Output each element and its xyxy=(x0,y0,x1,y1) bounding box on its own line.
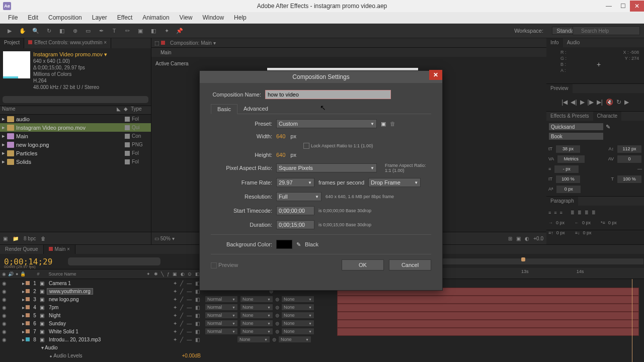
roto-tool-icon[interactable]: ✦ xyxy=(161,25,172,36)
zoom-tool-icon[interactable]: 🔍 xyxy=(30,25,41,36)
tab-timeline-main[interactable]: Main × xyxy=(44,245,75,254)
drop-frame-dropdown[interactable]: Drop Frame▼ xyxy=(368,178,421,187)
vscale-input[interactable] xyxy=(555,175,581,184)
font-family-input[interactable] xyxy=(548,123,604,131)
delete-preset-icon[interactable]: 🗑 xyxy=(390,121,395,127)
rect-tool-icon[interactable]: ▭ xyxy=(83,25,94,36)
viewer-breadcrumb[interactable]: Main xyxy=(160,50,172,55)
lock-aspect-checkbox[interactable] xyxy=(303,143,309,149)
selection-tool-icon[interactable]: ▶ xyxy=(4,25,15,36)
menu-animation[interactable]: Animation xyxy=(137,13,174,23)
frame-rate-input[interactable]: 29.97▼ xyxy=(276,178,314,187)
comp-name-input[interactable] xyxy=(265,90,391,99)
font-style-input[interactable] xyxy=(548,132,604,140)
align-left-icon[interactable]: ≡ xyxy=(548,210,551,215)
tab-info[interactable]: Info xyxy=(546,38,563,47)
project-search-input[interactable] xyxy=(2,96,149,104)
menu-effect[interactable]: Effect xyxy=(112,13,137,23)
tab-effect-controls[interactable]: Effect Controls: www.youthmin × xyxy=(24,38,111,48)
new-folder-icon[interactable]: 📁 xyxy=(13,236,19,241)
baseline-input[interactable] xyxy=(556,185,581,194)
pan-behind-tool-icon[interactable]: ⊕ xyxy=(69,25,80,36)
ok-button[interactable]: OK xyxy=(342,259,384,270)
bg-color-swatch[interactable] xyxy=(276,240,292,249)
preset-dropdown[interactable]: Custom▼ xyxy=(276,119,377,128)
menu-edit[interactable]: Edit xyxy=(23,13,43,23)
tab-character[interactable]: Characte xyxy=(593,112,622,121)
maximize-button[interactable]: ☐ xyxy=(616,1,630,12)
viewer-option-icon[interactable]: ◐ xyxy=(525,236,529,241)
exposure-value[interactable]: +0.0 xyxy=(533,236,543,241)
delete-icon[interactable]: 🗑 xyxy=(41,236,46,241)
zoom-dropdown[interactable]: ▭ 50% ▾ xyxy=(154,236,175,241)
ram-preview-icon[interactable]: ▶ xyxy=(624,99,629,106)
viewer-lock-icon[interactable]: ⬚ xyxy=(154,40,159,46)
save-preset-icon[interactable]: ▣ xyxy=(381,121,386,127)
hand-tool-icon[interactable]: ✋ xyxy=(17,25,28,36)
eraser-tool-icon[interactable]: ◧ xyxy=(148,25,159,36)
font-size-input[interactable] xyxy=(555,145,581,153)
justify-icon[interactable]: ≣ xyxy=(592,210,596,215)
hscale-input[interactable] xyxy=(617,175,642,184)
tab-render-queue[interactable]: Render Queue xyxy=(0,245,44,254)
close-button[interactable]: ✕ xyxy=(630,1,644,12)
align-right-icon[interactable]: ≡ xyxy=(560,210,562,215)
puppet-tool-icon[interactable]: 📌 xyxy=(174,25,185,36)
leading-input[interactable] xyxy=(617,145,642,153)
project-item[interactable]: ▸new logo.pngPNG xyxy=(0,140,151,149)
height-input[interactable]: 640 xyxy=(276,152,285,158)
next-frame-icon[interactable]: |▶ xyxy=(588,99,594,106)
menu-layer[interactable]: Layer xyxy=(87,13,112,23)
project-item[interactable]: ▸MainCon xyxy=(0,132,151,140)
dialog-close-button[interactable]: ✕ xyxy=(429,70,442,80)
start-timecode-input[interactable] xyxy=(276,206,314,215)
justify-icon[interactable]: ≣ xyxy=(585,210,589,215)
project-item[interactable]: ▸audioFol xyxy=(0,115,151,123)
justify-icon[interactable]: ≣ xyxy=(571,210,575,215)
menu-file[interactable]: File xyxy=(3,13,23,23)
camera-tool-icon[interactable]: ◧ xyxy=(56,25,67,36)
text-tool-icon[interactable]: T xyxy=(109,25,120,36)
last-frame-icon[interactable]: ▶| xyxy=(597,99,603,106)
cancel-button[interactable]: Cancel xyxy=(389,259,431,270)
width-input[interactable]: 640 xyxy=(276,133,285,139)
eyedropper-icon[interactable]: ✎ xyxy=(606,124,610,130)
bpc-label[interactable]: 8 bpc xyxy=(24,236,36,241)
menu-window[interactable]: Window xyxy=(197,13,229,23)
tracking-input[interactable] xyxy=(617,155,642,163)
eye-column-icon[interactable]: ◉ xyxy=(2,272,6,277)
duration-input[interactable] xyxy=(276,220,314,229)
tab-advanced[interactable]: Advanced xyxy=(237,104,274,114)
lock-column-icon[interactable]: 🔒 xyxy=(20,272,26,277)
pen-tool-icon[interactable]: ✒ xyxy=(96,25,107,36)
minimize-button[interactable]: — xyxy=(602,1,616,12)
loop-icon[interactable]: ↻ xyxy=(616,99,621,106)
menu-view[interactable]: View xyxy=(175,13,198,23)
pixel-aspect-dropdown[interactable]: Square Pixels▼ xyxy=(276,163,377,172)
kerning-input[interactable] xyxy=(557,155,585,163)
tab-project[interactable]: Project xyxy=(0,38,24,48)
brush-tool-icon[interactable]: ✏ xyxy=(122,25,133,36)
resolution-dropdown[interactable]: Full▼ xyxy=(276,192,321,201)
timeline-search-input[interactable] xyxy=(67,257,161,266)
prev-frame-icon[interactable]: ◀| xyxy=(571,99,577,106)
audio-column-icon[interactable]: 🔊 xyxy=(8,272,14,277)
clone-tool-icon[interactable]: ▣ xyxy=(135,25,146,36)
project-item[interactable]: ▸Instagram Video promo.movQui xyxy=(0,123,151,132)
viewer-option-icon[interactable]: ⊞ xyxy=(508,236,512,241)
eyedropper-icon[interactable]: ✎ xyxy=(296,241,301,248)
rotation-tool-icon[interactable]: ↻ xyxy=(43,25,54,36)
tab-effects-presets[interactable]: Effects & Presets xyxy=(546,112,593,121)
menu-composition[interactable]: Composition xyxy=(43,13,87,23)
search-help-input[interactable] xyxy=(573,26,640,35)
align-center-icon[interactable]: ≡ xyxy=(554,210,556,215)
stroke-style-icon[interactable]: — xyxy=(637,166,642,171)
first-frame-icon[interactable]: |◀ xyxy=(561,99,568,106)
col-type[interactable]: Type xyxy=(131,106,151,114)
tab-preview[interactable]: Preview xyxy=(546,84,573,93)
col-name[interactable]: Name xyxy=(0,106,117,114)
menu-help[interactable]: Help xyxy=(229,13,252,23)
project-item[interactable]: ▸SolidsFol xyxy=(0,157,151,166)
viewer-option-icon[interactable]: ▣ xyxy=(516,236,521,241)
interpret-footage-icon[interactable]: ▣ xyxy=(3,236,8,241)
